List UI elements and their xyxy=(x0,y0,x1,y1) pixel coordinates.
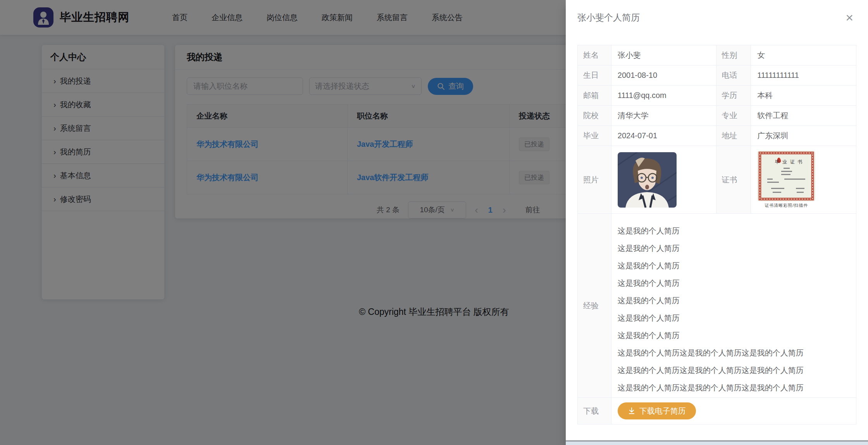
field-value: 软件工程 xyxy=(751,106,856,126)
field-label: 专业 xyxy=(716,106,751,126)
download-field-label: 下载 xyxy=(578,398,611,424)
drawer-title: 张小斐个人简历 xyxy=(577,12,640,24)
field-label: 地址 xyxy=(716,126,751,146)
certificate-title: 毕 业 证 书 xyxy=(775,159,803,165)
resume-table: 姓名 张小斐 性别 女 生日 2001-08-10 电话 11111111111… xyxy=(577,45,856,424)
field-value: 2001-08-10 xyxy=(611,65,716,86)
field-value: 女 xyxy=(751,45,856,65)
experience-line: 这是我的个人简历 xyxy=(618,243,850,253)
field-label: 性别 xyxy=(716,45,751,65)
resume-drawer: 张小斐个人简历 × 姓名 张小斐 性别 女 生日 2001-08-10 电话 1… xyxy=(566,0,868,445)
experience-line: 这是我的个人简历 xyxy=(618,330,850,340)
field-value: 1111@qq.com xyxy=(611,86,716,106)
experience-line: 这是我的个人简历 xyxy=(618,226,850,236)
field-value: 清华大学 xyxy=(611,106,716,126)
experience-line: 这是我的个人简历 xyxy=(618,296,850,306)
certificate-image[interactable]: 毕 业 证 书 xyxy=(757,151,815,201)
drawer-header: 张小斐个人简历 × xyxy=(566,0,868,35)
download-resume-button[interactable]: 下载电子简历 xyxy=(618,402,696,419)
field-label: 毕业 xyxy=(578,126,611,146)
download-button-label: 下载电子简历 xyxy=(639,406,686,416)
experience-content: 这是我的个人简历 这是我的个人简历 这是我的个人简历 这是我的个人简历 这是我的… xyxy=(611,214,856,398)
experience-line: 这是我的个人简历 xyxy=(618,278,850,288)
experience-field-label: 经验 xyxy=(578,214,611,398)
experience-line: 这是我的个人简历 xyxy=(618,313,850,323)
close-icon[interactable]: × xyxy=(846,11,853,24)
field-value: 张小斐 xyxy=(611,45,716,65)
field-label: 学历 xyxy=(716,86,751,106)
profile-photo[interactable] xyxy=(618,152,677,208)
drawer-body: 姓名 张小斐 性别 女 生日 2001-08-10 电话 11111111111… xyxy=(566,35,868,424)
certificate-field-label: 证书 xyxy=(716,146,751,214)
experience-line: 这是我的个人简历 xyxy=(618,261,850,271)
experience-line: 这是我的个人简历这是我的个人简历这是我的个人简历 xyxy=(618,383,850,393)
field-value: 广东深圳 xyxy=(751,126,856,146)
photo-field-label: 照片 xyxy=(578,146,611,214)
field-label: 电话 xyxy=(716,65,751,86)
experience-line: 这是我的个人简历这是我的个人简历这是我的个人简历 xyxy=(618,365,850,375)
field-value: 11111111111 xyxy=(751,65,856,86)
download-icon xyxy=(628,407,636,415)
certificate-caption: 证书清晰彩照/扫描件 xyxy=(757,203,815,208)
horizontal-scrollbar[interactable] xyxy=(566,440,868,445)
field-label: 院校 xyxy=(578,106,611,126)
field-label: 姓名 xyxy=(578,45,611,65)
field-label: 生日 xyxy=(578,65,611,86)
field-value: 2024-07-01 xyxy=(611,126,716,146)
experience-line: 这是我的个人简历这是我的个人简历这是我的个人简历 xyxy=(618,348,850,358)
field-label: 邮箱 xyxy=(578,86,611,106)
field-value: 本科 xyxy=(751,86,856,106)
